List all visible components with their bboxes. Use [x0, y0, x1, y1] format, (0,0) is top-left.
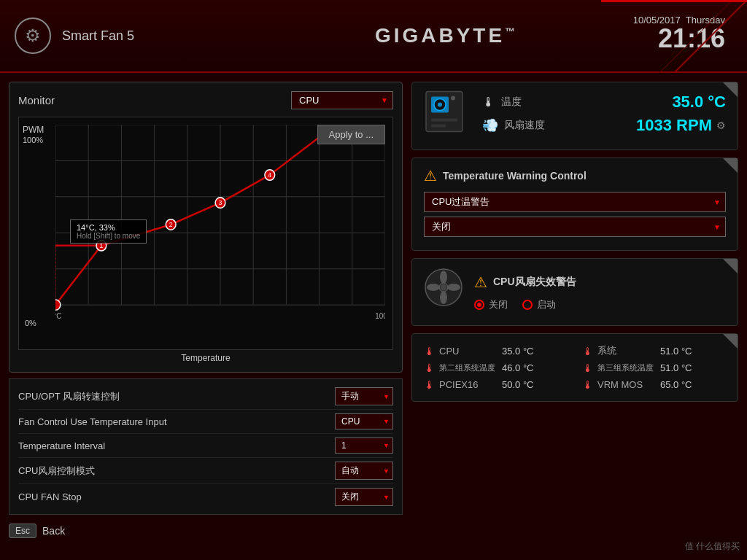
setting-value-3[interactable]: 自动 ▼: [335, 462, 393, 480]
temp-label-0: CPU: [439, 346, 498, 357]
left-panel: Monitor CPU ▼ Apply to ... PWM 100% 0%: [9, 82, 403, 551]
temp-row-system: 🌡 系统 51.0 °C: [582, 344, 726, 357]
main-content: Monitor CPU ▼ Apply to ... PWM 100% 0%: [0, 73, 747, 560]
fan-warning-content: ⚠ CPU风扇失效警告 关闭 启动: [474, 273, 726, 311]
thermo-icon-4: 🌡: [424, 378, 435, 391]
monitor-dropdown[interactable]: CPU ▼: [291, 91, 393, 109]
fan-warning-title: CPU风扇失效警告: [493, 276, 576, 289]
setting-label-3: CPU风扇控制模式: [18, 464, 95, 478]
temp-label-4: PCIEX16: [439, 379, 498, 390]
svg-point-39: [451, 96, 455, 101]
temp-warning-title: Temperature Warning Control: [443, 170, 587, 182]
setting-row-4: CPU FAN Stop 关闭 ▼: [18, 484, 393, 510]
temp-val-4: 50.0 °C: [502, 379, 534, 390]
temp-row-vrm: 🌡 VRM MOS 65.0 °C: [582, 378, 726, 391]
fan-warning-title-row: ⚠ CPU风扇失效警告: [474, 273, 726, 291]
apply-to-button[interactable]: Apply to ...: [317, 125, 385, 144]
temp-val-2: 46.0 °C: [502, 362, 534, 373]
header-datetime: 10/05/2017 Thursday 21:16: [633, 15, 725, 52]
chart-y100: 100%: [23, 136, 43, 144]
setting-row-3: CPU风扇控制模式 自动 ▼: [18, 458, 393, 484]
fan-warning-option2[interactable]: 启动: [522, 298, 556, 311]
fan-warning-card: ⚠ CPU风扇失效警告 关闭 启动: [411, 258, 738, 326]
temperature-row: 🌡 温度 35.0 °C: [482, 93, 726, 112]
setting-value-4[interactable]: 关闭 ▼: [335, 488, 393, 506]
fan-warning-radio-group: 关闭 启动: [474, 298, 726, 311]
temperature-value: 35.0 °C: [672, 93, 726, 112]
temp-row-cpu: 🌡 CPU 35.0 °C: [424, 344, 568, 357]
thermo-icon-0: 🌡: [424, 345, 435, 357]
setting-row-1: Fan Control Use Temperature Input CPU ▼: [18, 410, 393, 434]
thermo-icon-2: 🌡: [424, 362, 435, 374]
thermo-icon-3: 🌡: [582, 362, 593, 374]
settings-icon[interactable]: ⚙: [716, 120, 726, 131]
svg-rect-41: [431, 125, 446, 128]
setting-arrow-1: ▼: [383, 418, 390, 425]
status-card: 🌡 温度 35.0 °C 💨 风扇速度 1033 RPM ⚙: [411, 82, 738, 150]
svg-text:3: 3: [219, 199, 222, 206]
temp-warning-dropdown2-arrow: ▼: [713, 223, 721, 231]
svg-point-38: [438, 103, 442, 107]
temperature-label: 温度: [501, 96, 552, 109]
svg-point-48: [441, 284, 446, 290]
fan-speed-row: 💨 风扇速度 1033 RPM ⚙: [482, 116, 726, 135]
monitor-label: Monitor: [18, 94, 55, 106]
setting-value-0[interactable]: 手动 ▼: [335, 387, 393, 405]
temp-row-3rd: 🌡 第三组系统温度 51.0 °C: [582, 362, 726, 374]
radio-dot-1: [474, 300, 484, 310]
esc-key[interactable]: Esc: [9, 524, 36, 538]
setting-label-0: CPU/OPT 风扇转速控制: [18, 390, 120, 403]
setting-arrow-0: ▼: [383, 393, 390, 400]
temp-val-0: 35.0 °C: [502, 346, 534, 357]
temp-label-1: 系统: [597, 344, 656, 357]
thermometer-icon: 🌡: [482, 95, 495, 110]
temp-warning-dropdown1[interactable]: CPU过温警告 ▼: [424, 192, 726, 212]
svg-text:100°C: 100°C: [375, 311, 385, 319]
temp-readings-card: 🌡 CPU 35.0 °C 🌡 系统 51.0 °C 🌡 第二组系统温度 46.…: [411, 333, 738, 402]
fan-warning-icon: [424, 268, 464, 316]
temp-grid: 🌡 CPU 35.0 °C 🌡 系统 51.0 °C 🌡 第二组系统温度 46.…: [424, 344, 726, 391]
setting-row-0: CPU/OPT 风扇转速控制 手动 ▼: [18, 384, 393, 410]
setting-label-2: Temperature Interval: [18, 440, 105, 451]
gear-icon: ⚙: [15, 18, 51, 54]
temp-val-1: 51.0 °C: [660, 346, 692, 357]
fan-warning-option1[interactable]: 关闭: [474, 298, 508, 311]
chart-svg: 0 1 2 3 4 5 0°C 100°C: [55, 125, 385, 327]
app-title: Smart Fan 5: [62, 28, 134, 44]
radio-dot-2: [522, 300, 533, 310]
svg-point-46: [440, 291, 447, 304]
pc-icon: [422, 88, 466, 144]
svg-text:4: 4: [268, 171, 271, 179]
chart-ylabel: PWM: [23, 125, 44, 135]
temp-warning-title-row: ⚠ Temperature Warning Control: [424, 167, 726, 184]
setting-value-1[interactable]: CPU ▼: [335, 413, 393, 429]
setting-value-2[interactable]: 1 ▼: [335, 438, 393, 454]
setting-label-1: Fan Control Use Temperature Input: [18, 416, 167, 427]
setting-arrow-3: ▼: [383, 467, 390, 475]
chart-y0: 0%: [25, 319, 36, 327]
right-panel: 🌡 温度 35.0 °C 💨 风扇速度 1033 RPM ⚙ ⚠ Tempera…: [411, 82, 738, 551]
temp-warning-dropdown1-arrow: ▼: [713, 198, 721, 206]
thermo-icon-1: 🌡: [582, 345, 593, 357]
temp-warning-card: ⚠ Temperature Warning Control CPU过温警告 ▼ …: [411, 158, 738, 251]
fan-speed-label: 风扇速度: [504, 119, 555, 132]
watermark: 值 什么值得买: [685, 540, 740, 553]
svg-point-45: [447, 284, 460, 291]
setting-row-2: Temperature Interval 1 ▼: [18, 434, 393, 458]
back-bar: Esc Back: [9, 521, 403, 541]
header: ⚙ Smart Fan 5 GIGABYTE™ 10/05/2017 Thurs…: [0, 0, 747, 73]
thermo-icon-5: 🌡: [582, 378, 593, 391]
temp-row-pcie: 🌡 PCIEX16 50.0 °C: [424, 378, 568, 391]
header-left: ⚙ Smart Fan 5: [0, 18, 146, 54]
temp-warning-dropdown2[interactable]: 关闭 ▼: [424, 217, 726, 237]
back-label[interactable]: Back: [42, 525, 65, 537]
monitor-dropdown-arrow: ▼: [381, 96, 388, 104]
temp-val-5: 65.0 °C: [660, 379, 692, 390]
warning-icon: ⚠: [424, 167, 437, 184]
temp-label-3: 第三组系统温度: [597, 362, 656, 373]
svg-text:1: 1: [99, 242, 103, 249]
chart-panel: Monitor CPU ▼ Apply to ... PWM 100% 0%: [9, 82, 403, 373]
svg-text:2: 2: [169, 221, 173, 228]
setting-arrow-2: ▼: [383, 442, 390, 449]
monitor-row: Monitor CPU ▼: [18, 91, 393, 109]
